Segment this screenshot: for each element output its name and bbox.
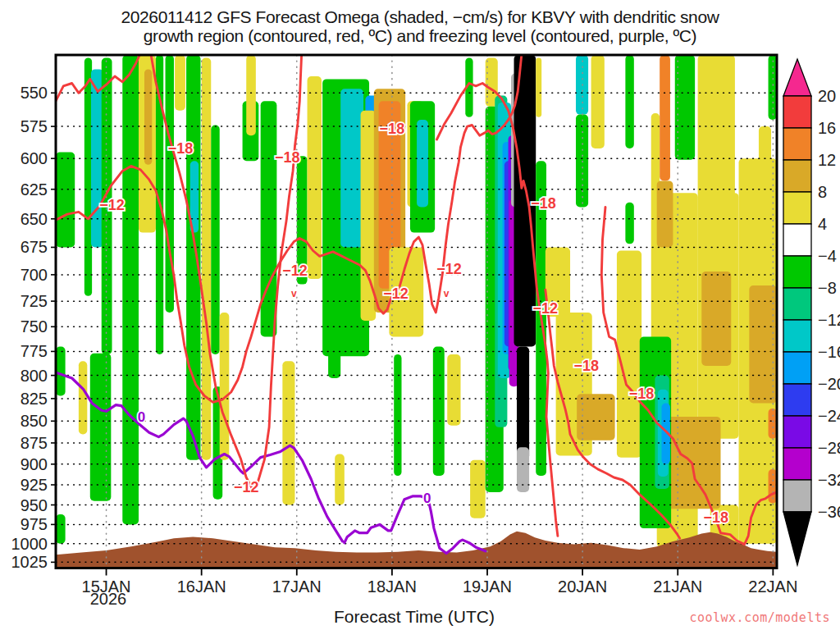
svg-text:625: 625: [21, 180, 48, 199]
omega-shading: [56, 55, 777, 550]
svg-text:700: 700: [21, 266, 48, 284]
svg-text:16JAN: 16JAN: [177, 578, 226, 596]
svg-text:−18: −18: [380, 121, 405, 137]
svg-text:−12: −12: [436, 261, 462, 277]
svg-text:−8: −8: [818, 279, 837, 297]
svg-text:−18: −18: [703, 509, 728, 526]
svg-text:20: 20: [818, 87, 836, 105]
svg-text:−18: −18: [573, 358, 599, 374]
svg-text:21JAN: 21JAN: [653, 578, 702, 596]
svg-text:−12: −12: [234, 479, 259, 495]
svg-text:550: 550: [21, 84, 48, 102]
svg-text:−32: −32: [818, 471, 840, 489]
svg-text:12: 12: [818, 151, 836, 169]
svg-text:19JAN: 19JAN: [463, 578, 512, 596]
x-axis-year-label: 2026: [82, 590, 135, 609]
svg-text:825: 825: [21, 390, 48, 408]
svg-text:17JAN: 17JAN: [272, 578, 322, 596]
svg-text:−28: −28: [818, 439, 840, 457]
svg-text:725: 725: [21, 292, 48, 310]
svg-text:775: 775: [21, 342, 48, 360]
svg-text:−4: −4: [818, 247, 837, 265]
svg-text:18JAN: 18JAN: [368, 578, 417, 596]
svg-text:600: 600: [21, 149, 48, 167]
svg-text:975: 975: [21, 515, 48, 533]
svg-text:1000: 1000: [11, 535, 48, 553]
svg-text:20JAN: 20JAN: [558, 578, 607, 596]
svg-text:−18: −18: [629, 386, 655, 402]
svg-text:8: 8: [818, 183, 827, 201]
svg-text:4: 4: [818, 215, 827, 233]
svg-text:650: 650: [21, 210, 48, 228]
svg-text:−12: −12: [818, 311, 840, 329]
svg-text:−18: −18: [168, 140, 194, 157]
svg-text:16: 16: [818, 119, 836, 137]
svg-text:0: 0: [138, 409, 145, 425]
svg-text:750: 750: [21, 317, 48, 336]
watermark-link[interactable]: coolwx.com/modelts: [689, 610, 830, 625]
svg-text:900: 900: [21, 455, 48, 473]
svg-text:v: v: [444, 288, 450, 299]
svg-text:−12: −12: [383, 285, 409, 302]
svg-text:−16: −16: [818, 343, 840, 361]
svg-text:−18: −18: [531, 195, 556, 212]
svg-text:22JAN: 22JAN: [748, 578, 797, 596]
svg-text:−18: −18: [275, 149, 300, 166]
svg-text:v: v: [291, 288, 297, 299]
svg-text:1025: 1025: [11, 553, 48, 571]
svg-text:−36: −36: [818, 503, 840, 521]
svg-text:850: 850: [21, 412, 48, 430]
svg-text:−12: −12: [533, 300, 559, 317]
svg-text:875: 875: [21, 434, 48, 452]
svg-text:0: 0: [423, 491, 431, 506]
svg-text:575: 575: [21, 117, 48, 135]
svg-text:−24: −24: [818, 407, 840, 425]
svg-text:800: 800: [21, 367, 48, 385]
omega-time-height-cross-section: −18−18−18−18−18−18−18−12−12−12−12−12−12v…: [0, 0, 840, 630]
svg-text:−12: −12: [99, 197, 125, 213]
svg-text:950: 950: [21, 496, 48, 514]
colorbar: 20161284−4−8−12−16−20−24−28−32−36: [783, 59, 840, 565]
svg-text:925: 925: [21, 476, 48, 494]
weather-chart-page: 2026011412 GFS Forecast Omega (shaded, −…: [0, 0, 840, 630]
svg-text:675: 675: [21, 238, 48, 256]
svg-text:−20: −20: [818, 375, 840, 393]
svg-text:−12: −12: [282, 262, 308, 279]
